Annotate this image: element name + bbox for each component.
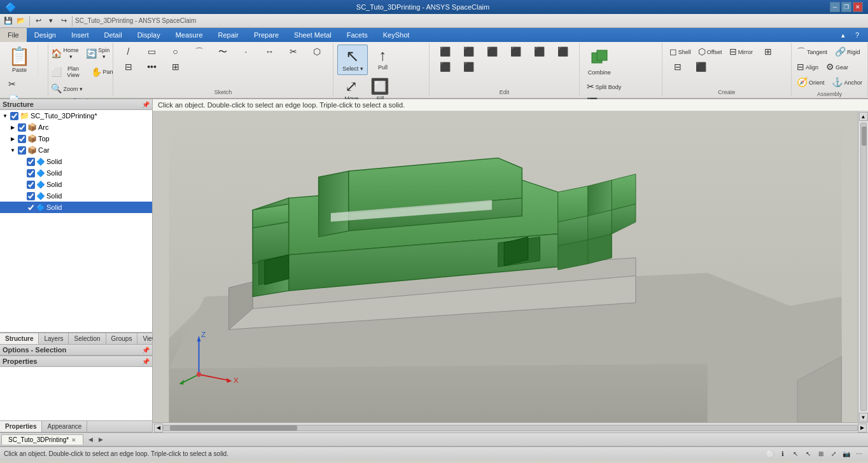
status-cursor-btn[interactable]: ↖ [790, 449, 801, 459]
qa-open[interactable]: 📂 [15, 15, 27, 27]
tree-top[interactable]: ▶ 📦 Top [0, 133, 152, 144]
tab-nav-right[interactable]: ▶ [96, 435, 105, 444]
doc-tab-main[interactable]: SC_Tuto_3DPrinting* ✕ [1, 434, 83, 445]
tab-selection[interactable]: Selection [69, 333, 106, 344]
s2-checkbox[interactable] [27, 169, 35, 177]
s4-checkbox[interactable] [27, 192, 35, 200]
root-expander[interactable]: ▼ [1, 112, 9, 120]
h-scrollbar[interactable]: ◀ ▶ [153, 422, 868, 432]
sketch-arr-btn[interactable]: ⊞ [164, 60, 187, 74]
sketch-arc-btn[interactable]: ⌒ [188, 45, 211, 59]
s3-checkbox[interactable] [27, 181, 35, 189]
mirror-button[interactable]: ⊟ Mirror [726, 45, 757, 59]
scroll-up-arrow[interactable]: ▲ [859, 112, 868, 121]
splitbody-button[interactable]: ✂ Split Body [584, 79, 627, 94]
menu-file[interactable]: File [0, 28, 27, 42]
sketch-rect-btn[interactable]: ▭ [141, 45, 164, 59]
v-scroll-track[interactable] [860, 123, 867, 411]
sketch-circle-btn[interactable]: ○ [164, 45, 187, 59]
right-scrollbar[interactable]: ▲ ▼ [858, 111, 868, 422]
properties-pin[interactable]: 📌 [142, 358, 150, 365]
edit-btn8[interactable]: ⬛ [457, 60, 480, 74]
menu-measure[interactable]: Measure [168, 28, 211, 42]
shell-button[interactable]: ◻ Shell [666, 45, 694, 59]
sketch-move-btn[interactable]: ↔ [258, 45, 281, 59]
edit-btn3[interactable]: ⬛ [480, 45, 503, 59]
menu-facets[interactable]: Facets [339, 28, 375, 42]
s5-checkbox[interactable] [27, 204, 35, 212]
menu-detail[interactable]: Detail [97, 28, 130, 42]
create-btn5[interactable]: ⊟ [666, 60, 689, 74]
scroll-down-arrow[interactable]: ▼ [859, 413, 868, 422]
select-button[interactable]: ↖ Select ▾ [337, 45, 368, 75]
restore-button[interactable]: ❐ [841, 2, 851, 12]
create-btn4[interactable]: ⊞ [757, 45, 780, 59]
tree-root[interactable]: ▼ 📁 SC_Tuto_3DPrinting* [0, 110, 152, 121]
status-cursor2-btn[interactable]: ↖ [803, 449, 813, 459]
prop-tab-properties[interactable]: Properties [0, 421, 42, 432]
menu-keyshot[interactable]: KeyShot [375, 28, 417, 42]
tab-structure[interactable]: Structure [0, 333, 39, 344]
rigid-button[interactable]: 🔗 Rigid [832, 45, 864, 59]
sketch-spline-btn[interactable]: 〜 [211, 45, 234, 59]
edit-btn7[interactable]: ⬛ [433, 60, 456, 74]
anchor-button[interactable]: ⚓ Anchor [829, 75, 865, 90]
edit-btn6[interactable]: ⬛ [551, 45, 574, 59]
options-pin[interactable]: 📌 [142, 347, 150, 354]
edit-btn2[interactable]: ⬛ [457, 45, 480, 59]
tab-groups[interactable]: Groups [106, 333, 138, 344]
ribbon-collapse[interactable]: ▴ [837, 29, 849, 41]
v-scroll-thumb[interactable] [862, 127, 867, 146]
car-expander[interactable]: ▼ [9, 146, 17, 154]
tab-layers[interactable]: Layers [39, 333, 69, 344]
arc-checkbox[interactable] [18, 123, 26, 132]
scroll-right-arrow[interactable]: ▶ [858, 424, 867, 432]
canvas-area[interactable]: Z X [153, 111, 858, 422]
align-button[interactable]: ⊟ Align [794, 60, 822, 74]
qa-save[interactable]: 💾 [3, 15, 14, 27]
edit-btn1[interactable]: ⬛ [433, 45, 456, 59]
tree-arc[interactable]: ▶ 📦 Arc [0, 121, 152, 133]
top-expander[interactable]: ▶ [9, 135, 17, 142]
status-info-btn[interactable]: ℹ [778, 449, 788, 459]
h-scroll-thumb[interactable] [170, 425, 297, 431]
menu-repair[interactable]: Repair [211, 28, 246, 42]
menu-prepare[interactable]: Prepare [246, 28, 286, 42]
pan-button[interactable]: ✋ Pan [88, 63, 113, 81]
prop-tab-appearance[interactable]: Appearance [42, 421, 87, 432]
arc-expander[interactable]: ▶ [9, 123, 17, 131]
qa-redo[interactable]: ↪ [58, 15, 69, 27]
status-cam-btn[interactable]: 📷 [841, 449, 851, 459]
sketch-mirror-btn[interactable]: ⊟ [117, 60, 140, 74]
menu-sheetmetal[interactable]: Sheet Metal [286, 28, 339, 42]
status-grid-btn[interactable]: ⊞ [816, 449, 826, 459]
structure-pin[interactable]: 📌 [142, 101, 150, 108]
create-btn6[interactable]: ⬛ [690, 60, 713, 74]
orient-asm-button[interactable]: 🧭 Orient [794, 75, 828, 90]
status-expand-btn[interactable]: ⤢ [829, 449, 839, 459]
sketch-trim-btn[interactable]: ✂ [282, 45, 305, 59]
h-scroll-track[interactable] [163, 425, 858, 431]
close-button[interactable]: ✕ [853, 2, 863, 12]
sketch-line-btn[interactable]: / [117, 45, 140, 59]
qa-undo-dropdown[interactable]: ▾ [45, 15, 57, 27]
cut-button[interactable]: ✂ [5, 77, 22, 92]
tree-solid-3[interactable]: 🔷 Solid [0, 179, 152, 190]
sketch-offset-btn[interactable]: ⬡ [305, 45, 328, 59]
edit-btn4[interactable]: ⬛ [504, 45, 527, 59]
tree-solid-1[interactable]: 🔷 Solid [0, 156, 152, 167]
minimize-button[interactable]: ─ [830, 2, 840, 12]
help-btn[interactable]: ? [851, 29, 863, 41]
s1-checkbox[interactable] [27, 158, 35, 166]
paste-button[interactable]: 📋 Paste [4, 45, 35, 76]
tree-solid-5[interactable]: 🔷 Solid [0, 202, 152, 213]
root-checkbox[interactable] [10, 112, 18, 120]
tree-solid-4[interactable]: 🔷 Solid [0, 190, 152, 202]
combine-button[interactable]: Combine [584, 45, 615, 79]
sketch-point-btn[interactable]: · [235, 45, 258, 59]
spin-button[interactable]: 🔄 Spin ▾ [83, 45, 113, 62]
top-checkbox[interactable] [18, 135, 26, 143]
tree-car[interactable]: ▼ 📦 Car [0, 144, 152, 156]
edit-btn5[interactable]: ⬛ [528, 45, 550, 59]
status-extra-btn[interactable]: ⋯ [854, 449, 864, 459]
